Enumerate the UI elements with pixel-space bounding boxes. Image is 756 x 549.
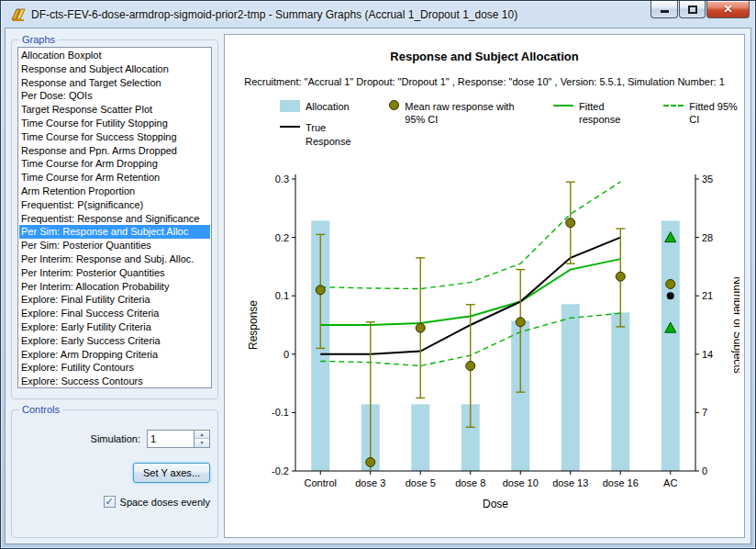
graph-list-item[interactable]: Explore: Futility Contours [19, 361, 210, 375]
graph-list-item[interactable]: Time Course for Futility Stopping [19, 117, 210, 130]
client-area: Graphs Allocation BoxplotResponse and Su… [5, 28, 751, 544]
maximize-button[interactable] [679, 1, 706, 18]
set-y-axes-button[interactable]: Set Y axes... [133, 463, 210, 483]
mean-raw-dot [516, 318, 525, 327]
legend-label: Fitted 95% CI [689, 100, 744, 127]
window-title: DF-cts-FEV-6-dose-armdrop-sigmoid-prior2… [31, 8, 517, 21]
graph-list-item[interactable]: Allocation Boxplot [19, 49, 210, 62]
mean-raw-dot [366, 457, 375, 466]
graph-list-item[interactable]: Arm Retention Proportion [19, 185, 210, 198]
graph-list-item[interactable]: Time Course for Arm Dropping [19, 157, 210, 171]
mean-raw-dot [416, 323, 425, 332]
mean-raw-dot [316, 286, 325, 295]
graph-list-item[interactable]: Per Interim: Response and Subj. Alloc. [19, 252, 210, 266]
legend-item-fitted-ci: Fitted 95% CI [663, 100, 744, 127]
graph-list-item[interactable]: Explore: Early Success Criteria [19, 334, 210, 348]
check-icon: ✓ [105, 497, 113, 507]
graph-list-item[interactable]: Explore: Success Contours [19, 375, 210, 388]
space-doses-checkbox[interactable]: ✓ [104, 496, 116, 508]
graphs-groupbox: Graphs Allocation BoxplotResponse and Su… [11, 34, 218, 399]
minimize-icon [661, 10, 669, 13]
svg-text:21: 21 [702, 290, 713, 301]
graph-list-item[interactable]: Response and Ppn. Arms Dropped [19, 144, 210, 158]
minimize-button[interactable] [650, 1, 678, 18]
chart-title: Response and Subject Allocation [225, 50, 744, 63]
graphs-groupbox-title: Graphs [19, 34, 58, 45]
right-axis-label: Number of Subjects [731, 276, 739, 373]
close-icon: ✕ [723, 4, 732, 15]
controls-groupbox-title: Controls [19, 404, 62, 415]
spin-down-button[interactable]: ▼ [195, 439, 209, 447]
graph-list-item[interactable]: Per Interim: Allocation Probability [19, 280, 210, 294]
legend-item-allocation: Allocation [280, 100, 367, 113]
graph-list-item[interactable]: Per Sim: Response and Subject Alloc [19, 225, 210, 239]
graph-list-item[interactable]: Per Sim: Posterior Quantities [19, 239, 210, 252]
graph-list-item[interactable]: Response and Subject Allocation [19, 62, 210, 76]
mean-raw-dot [566, 218, 575, 228]
allocation-swatch-icon [280, 100, 300, 112]
set-y-axes-row: Set Y axes... [17, 463, 212, 483]
simulation-row: Simulation: ▲ ▼ [17, 430, 212, 448]
graph-list-item[interactable]: Time Course for Success Stopping [19, 130, 210, 144]
legend-label: Allocation [306, 100, 350, 113]
ac-mean-raw-dot [666, 279, 675, 288]
svg-text:Control: Control [305, 477, 337, 488]
graph-list-item[interactable]: Explore: Final Futility Criteria [19, 293, 210, 307]
graph-list-item[interactable]: Per Dose: QOIs [19, 89, 210, 103]
simulation-input[interactable] [147, 430, 195, 448]
simulation-label: Simulation: [91, 433, 140, 444]
chart-panel: Response and Subject Allocation Recruitm… [224, 34, 745, 538]
svg-text:0.2: 0.2 [275, 231, 289, 242]
window-controls: ✕ [650, 1, 750, 18]
graph-list-item[interactable]: Time Course for Arm Retention [19, 171, 210, 185]
svg-text:-0.2: -0.2 [272, 465, 289, 476]
graph-list-item[interactable]: Frequentist: Response and Significance [19, 212, 210, 226]
svg-text:35: 35 [702, 174, 713, 185]
spin-up-button[interactable]: ▲ [195, 431, 209, 439]
graph-list-item[interactable]: Explore: Early Futility Criteria [19, 320, 210, 334]
close-button[interactable]: ✕ [706, 1, 750, 18]
svg-text:AC: AC [663, 477, 677, 488]
svg-text:0: 0 [702, 465, 707, 476]
legend-item-fitted-response: Fitted response [553, 100, 641, 127]
graph-list-item[interactable]: Explore: Arm Dropping Criteria [19, 348, 210, 362]
allocation-bar [561, 304, 580, 471]
graph-list-item[interactable]: Per Interim: Posterior Quantities [19, 266, 210, 280]
svg-text:dose 16: dose 16 [603, 477, 639, 488]
svg-text:dose 8: dose 8 [455, 477, 485, 488]
graph-list-item[interactable]: Explore: Final Success Criteria [19, 307, 210, 320]
svg-text:dose 3: dose 3 [355, 477, 385, 488]
svg-text:0.1: 0.1 [275, 290, 289, 301]
legend-label: Mean raw response with 95% CI [405, 100, 531, 127]
legend-column: AllocationTrue Response [280, 100, 367, 148]
mean-raw-swatch-icon [389, 100, 399, 110]
svg-text:14: 14 [702, 349, 713, 360]
controls-groupbox: Controls Simulation: ▲ ▼ Set Y axes... [11, 404, 218, 538]
chart-legend: AllocationTrue ResponseMean raw response… [280, 100, 744, 148]
ac-true-response-dot [667, 292, 674, 299]
svg-text:dose 5: dose 5 [406, 477, 436, 488]
space-doses-label: Space doses evenly [120, 497, 210, 508]
allocation-bar [411, 404, 429, 471]
simulation-stepper: ▲ ▼ [147, 430, 210, 448]
graph-list-item[interactable]: Response and Target Selection [19, 76, 210, 90]
chart-subtitle: Recruitment: "Accrual 1" Dropout: "Dropo… [225, 76, 744, 87]
spin-buttons: ▲ ▼ [195, 430, 210, 448]
svg-text:7: 7 [702, 407, 707, 418]
graphs-listbox[interactable]: Allocation BoxplotResponse and Subject A… [17, 47, 212, 388]
app-icon [11, 7, 26, 22]
allocation-bar [611, 312, 629, 471]
true-response-swatch-icon [280, 126, 300, 128]
left-panel: Graphs Allocation BoxplotResponse and Su… [11, 34, 218, 538]
legend-label: Fitted response [579, 100, 641, 127]
left-axis-label: Response [247, 300, 260, 350]
chart-svg: -0.2-0.100.10.20.30714212835Controldose … [229, 151, 739, 521]
svg-text:28: 28 [702, 231, 713, 242]
space-doses-row: ✓ Space doses evenly [17, 496, 212, 508]
graph-list-item[interactable]: Frequentist: P(significance) [19, 198, 210, 212]
graph-list-item[interactable]: Target Response Scatter Plot [19, 103, 210, 117]
mean-raw-dot [466, 361, 475, 370]
x-axis-label: Dose [483, 498, 508, 510]
svg-text:dose 13: dose 13 [552, 477, 588, 488]
svg-text:-0.1: -0.1 [272, 407, 289, 418]
